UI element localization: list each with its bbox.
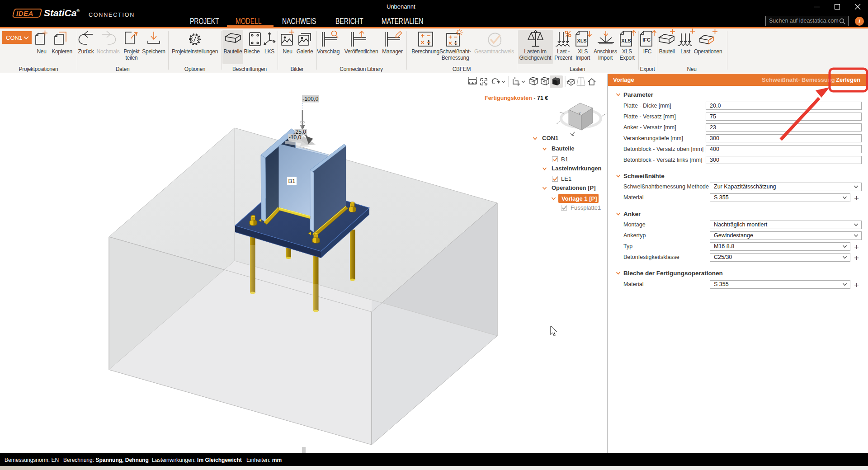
svg-text:B1: B1: [288, 178, 296, 184]
svg-text:-10,0: -10,0: [289, 134, 302, 141]
svg-text:y: y: [579, 111, 580, 115]
svg-text:XLS: XLS: [621, 38, 631, 43]
svg-text:XLS: XLS: [577, 38, 586, 43]
svg-text:IFC: IFC: [642, 37, 651, 42]
svg-text:-100,0: -100,0: [302, 96, 318, 102]
